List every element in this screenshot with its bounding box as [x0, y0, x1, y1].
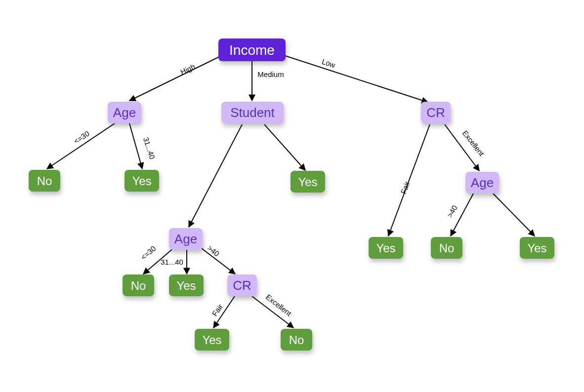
- node-no-4: No: [431, 237, 462, 259]
- node-student: Student: [221, 102, 284, 123]
- node-no-2: No: [123, 274, 154, 296]
- node-yes-3: Yes: [169, 274, 204, 296]
- edge-student-age2: [189, 124, 242, 227]
- edge-label-gt40-1: >40: [206, 243, 221, 258]
- edge-label-gt40-2: >40: [445, 204, 459, 219]
- svg-text:No: No: [289, 333, 304, 347]
- edge-label-31-40-2: 31...40: [161, 258, 183, 266]
- svg-text:No: No: [131, 279, 146, 292]
- node-yes-1: Yes: [125, 170, 159, 192]
- node-age-cr: Age: [465, 172, 499, 194]
- edge-student-yes2: [264, 124, 305, 170]
- node-yes-2: Yes: [291, 171, 325, 193]
- svg-text:Student: Student: [230, 105, 275, 120]
- node-no-1: No: [29, 170, 60, 192]
- node-age-high: Age: [108, 102, 141, 123]
- edge-age3-yes6: [493, 194, 535, 236]
- edge-label-excellent-2: Excellent: [264, 293, 293, 318]
- decision-tree-diagram: High Medium Low <=30 31...40 <=30 31...4…: [0, 0, 584, 392]
- edge-label-low: Low: [321, 57, 336, 70]
- edge-label-le30-1: <=30: [72, 129, 91, 146]
- svg-text:No: No: [37, 174, 52, 188]
- edge-root-cr1: [281, 54, 428, 102]
- node-yes-5: Yes: [369, 237, 403, 259]
- node-cr-2: CR: [227, 274, 257, 296]
- svg-text:No: No: [439, 241, 455, 255]
- svg-text:Age: Age: [471, 175, 494, 190]
- node-no-3: No: [281, 329, 312, 351]
- svg-text:Yes: Yes: [298, 175, 317, 189]
- svg-text:CR: CR: [426, 105, 445, 120]
- svg-text:Age: Age: [174, 232, 197, 246]
- node-yes-6: Yes: [520, 237, 554, 259]
- edge-label-fair-1: Fair: [399, 180, 412, 195]
- edge-cr1-yes5: [388, 124, 430, 236]
- edge-age1-no1: [47, 123, 115, 169]
- svg-text:Yes: Yes: [132, 174, 151, 188]
- svg-text:Yes: Yes: [176, 279, 196, 292]
- svg-text:Yes: Yes: [376, 241, 395, 255]
- edge-label-le30-2: <=30: [139, 244, 157, 261]
- svg-text:CR: CR: [233, 278, 251, 293]
- node-age-student: Age: [169, 228, 203, 250]
- svg-text:Income: Income: [229, 42, 275, 58]
- svg-text:Age: Age: [113, 105, 136, 120]
- edge-root-age1: [129, 54, 224, 101]
- edge-age1-yes1: [129, 123, 142, 169]
- edges: High Medium Low <=30 31...40 <=30 31...4…: [47, 54, 535, 328]
- node-cr-low: CR: [421, 102, 451, 123]
- svg-text:Yes: Yes: [527, 241, 546, 255]
- edge-label-high: High: [179, 62, 196, 76]
- edge-label-medium: Medium: [257, 70, 284, 78]
- edge-label-excellent-1: Excellent: [461, 129, 486, 158]
- svg-text:Yes: Yes: [202, 333, 221, 347]
- edge-label-31-40-1: 31...40: [142, 136, 157, 160]
- node-income: Income: [218, 39, 286, 61]
- node-yes-4: Yes: [195, 329, 229, 351]
